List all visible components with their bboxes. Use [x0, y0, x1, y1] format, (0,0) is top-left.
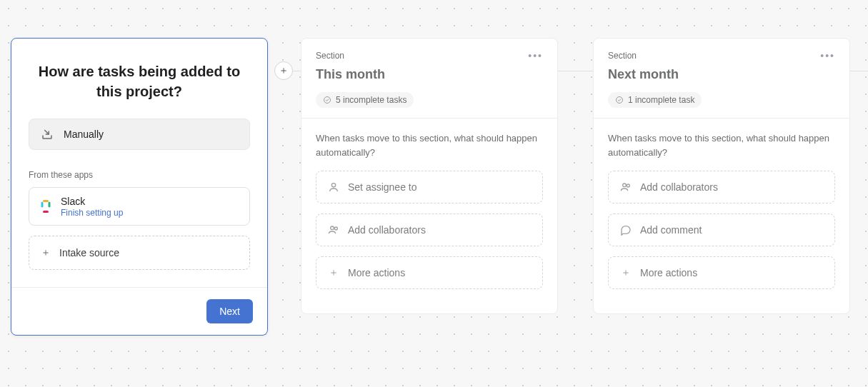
svg-point-2 [331, 226, 334, 230]
action-label: Add comment [640, 224, 702, 236]
app-row-slack[interactable]: Slack Finish setting up [29, 187, 250, 226]
intake-source-label: Intake source [59, 247, 119, 258]
next-button[interactable]: Next [206, 299, 253, 323]
action-add-comment[interactable]: Add comment [608, 213, 835, 246]
automation-prompt: When tasks move to this section, what sh… [316, 131, 543, 159]
users-icon [328, 224, 339, 236]
action-more[interactable]: ＋ More actions [608, 256, 835, 289]
action-add-collaborators[interactable]: Add collaborators [608, 171, 835, 203]
slack-icon [39, 200, 52, 213]
more-menu-icon[interactable]: ••• [528, 50, 543, 61]
arrow-into-box-icon [41, 128, 54, 141]
section-card-next-month: Section ••• Next month 1 incomplete task… [593, 38, 850, 314]
plus-icon: ＋ [279, 64, 289, 77]
incomplete-tasks-pill[interactable]: 1 incomplete task [608, 92, 702, 108]
action-label: Set assignee to [348, 181, 417, 193]
check-circle-icon [323, 96, 331, 104]
action-label: Add collaborators [348, 224, 426, 236]
automation-prompt: When tasks move to this section, what sh… [608, 131, 835, 159]
svg-point-1 [331, 184, 335, 187]
svg-point-3 [334, 227, 337, 230]
add-intake-source[interactable]: ＋ Intake source [29, 236, 250, 270]
svg-point-0 [324, 97, 331, 104]
manual-option-label: Manually [64, 129, 104, 140]
action-more[interactable]: ＋ More actions [316, 256, 543, 289]
manual-option[interactable]: Manually [29, 119, 250, 150]
section-label: Section [608, 51, 637, 61]
section-title: Next month [608, 67, 835, 82]
svg-point-5 [623, 184, 627, 187]
svg-point-6 [627, 184, 629, 187]
incomplete-tasks-pill[interactable]: 5 incomplete tasks [316, 92, 414, 108]
plus-icon: ＋ [41, 246, 51, 259]
app-sub-link[interactable]: Finish setting up [61, 208, 123, 218]
action-label: More actions [348, 267, 405, 278]
plus-icon: ＋ [328, 267, 339, 278]
app-name: Slack [61, 195, 123, 208]
action-add-collaborators[interactable]: Add collaborators [316, 213, 543, 246]
more-menu-icon[interactable]: ••• [820, 50, 835, 61]
incomplete-count: 1 incomplete task [628, 95, 694, 105]
wizard-title: How are tasks being added to this projec… [29, 61, 250, 101]
action-set-assignee[interactable]: Set assignee to [316, 171, 543, 203]
svg-point-4 [617, 97, 623, 104]
user-icon [328, 181, 339, 193]
section-title: This month [316, 67, 543, 82]
section-label: Section [316, 51, 344, 61]
action-label: More actions [640, 267, 697, 278]
check-circle-icon [615, 96, 624, 104]
plus-icon: ＋ [620, 267, 632, 278]
comment-icon [620, 224, 632, 236]
intake-wizard-card: How are tasks being added to this projec… [11, 38, 268, 336]
add-step-button[interactable]: ＋ [274, 61, 293, 80]
section-card-this-month: Section ••• This month 5 incomplete task… [301, 38, 558, 314]
from-apps-label: From these apps [29, 170, 250, 180]
action-label: Add collaborators [640, 181, 718, 193]
users-icon [620, 181, 632, 193]
incomplete-count: 5 incomplete tasks [336, 95, 406, 105]
